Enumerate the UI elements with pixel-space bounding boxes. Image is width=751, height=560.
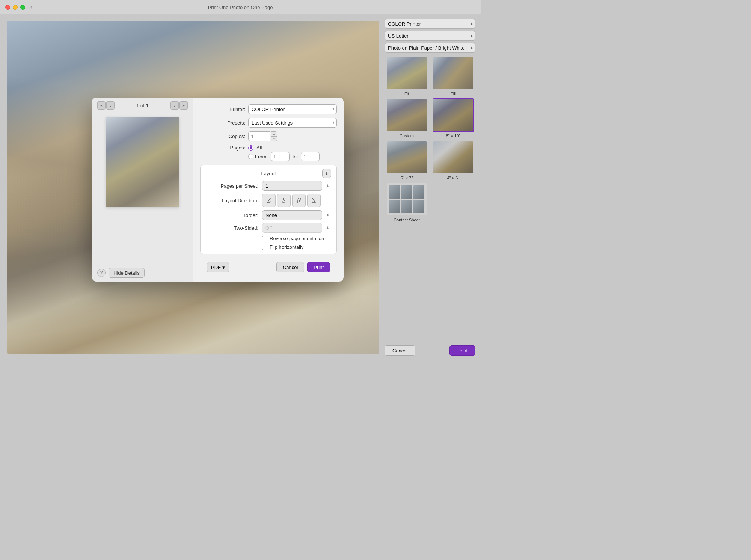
back-button[interactable]: ‹ (30, 4, 32, 11)
contact-cell-5 (401, 200, 412, 214)
thumb-4x6-label: 4" × 6" (447, 176, 460, 180)
two-sided-row: Two-Sided: Off ⬍ (206, 223, 331, 233)
thumb-fill[interactable]: Fill (431, 56, 475, 96)
layout-header: Layout ⬍ (206, 169, 331, 178)
sidebar-bottom: Cancel Print (385, 342, 475, 356)
preview-page (106, 117, 179, 207)
thumb-4x6[interactable]: 4" × 6" (431, 140, 475, 180)
direction-button-n[interactable]: N (292, 194, 306, 207)
copies-decrement-button[interactable]: ▼ (271, 136, 277, 141)
printer-select-wrapper[interactable]: COLOR Printer ⬍ (248, 104, 337, 114)
minimize-button[interactable] (13, 5, 18, 10)
presets-row: Presets: Last Used Settings ⬍ (200, 118, 337, 128)
presets-field-select[interactable]: Last Used Settings (248, 118, 337, 128)
flip-horizontal-checkbox[interactable] (262, 245, 267, 250)
nav-arrows-right: › » (170, 101, 188, 110)
thumb-custom-label: Custom (400, 134, 414, 138)
contact-cell-3 (413, 185, 424, 199)
zoom-button[interactable] (20, 5, 25, 10)
pages-per-sheet-select[interactable]: 1 (262, 181, 322, 191)
thumb-5x7[interactable]: 5" × 7" (385, 140, 429, 180)
hide-details-button[interactable]: Hide Details (109, 268, 145, 278)
close-button[interactable] (5, 5, 10, 10)
cancel-button[interactable]: Cancel (276, 262, 304, 272)
paper-size-dropdown-wrapper[interactable]: US Letter ⬍ (385, 31, 475, 41)
copies-increment-button[interactable]: ▲ (271, 131, 277, 136)
direction-button-z2[interactable]: Z (307, 194, 321, 207)
reverse-page-row: Reverse page orientation (262, 236, 331, 241)
pages-from-label: From: (255, 154, 268, 160)
pages-from-radio[interactable] (248, 154, 253, 159)
presets-field-label: Presets: (200, 120, 245, 126)
thumb-custom[interactable]: Custom (385, 98, 429, 138)
printer-field-label: Printer: (200, 107, 245, 112)
layout-section: Layout ⬍ Pages per Sheet: 1 ⬍ (200, 165, 337, 254)
copies-field-input[interactable] (248, 131, 270, 141)
direction-button-s[interactable]: S (277, 194, 291, 207)
presets-select-wrapper[interactable]: Last Used Settings ⬍ (248, 118, 337, 128)
border-select-wrapper[interactable]: None ⬍ (262, 210, 331, 220)
printer-select[interactable]: COLOR Printer (385, 19, 475, 29)
thumb-contact[interactable]: Contact Sheet (385, 182, 429, 222)
printer-field-select[interactable]: COLOR Printer (248, 104, 337, 114)
pages-to-input[interactable] (301, 152, 320, 161)
sidebar: COLOR Printer ⬍ US Letter ⬍ Photo on Pla… (379, 14, 481, 360)
layout-direction-label: Layout Direction: (206, 198, 258, 203)
thumb-fit[interactable]: Fit (385, 56, 429, 96)
printer-dropdown-wrapper[interactable]: COLOR Printer ⬍ (385, 19, 475, 29)
dialog-bottom-left: ? Hide Details (92, 264, 193, 282)
two-sided-select[interactable]: Off (262, 223, 322, 233)
contact-cell-4 (389, 200, 400, 214)
paper-type-dropdown-wrapper[interactable]: Photo on Plain Paper / Bright White Pape… (385, 43, 475, 53)
thumb-fit-inner (387, 57, 427, 89)
thumb-fill-label: Fill (451, 92, 456, 96)
layout-direction-row: Layout Direction: Z S N Z (206, 194, 331, 207)
flip-horizontal-row: Flip horizontally (262, 244, 331, 250)
contact-cell-6 (413, 200, 424, 214)
border-label: Border: (206, 212, 258, 218)
thumb-8x10-inner (433, 99, 473, 131)
thumb-8x10[interactable]: 8" × 10" (431, 98, 475, 138)
pages-per-sheet-arrow: ⬍ (326, 184, 329, 188)
traffic-lights (5, 5, 25, 10)
pages-from-input[interactable] (271, 152, 290, 161)
layout-stepper-button[interactable]: ⬍ (322, 169, 331, 178)
pdf-button[interactable]: PDF ▾ (207, 262, 229, 272)
thumbnail-grid: Fit Fill Custom 8" × 10 (385, 56, 475, 222)
paper-size-select[interactable]: US Letter (385, 31, 475, 41)
direction-button-z[interactable]: Z (262, 194, 276, 207)
titlebar: ‹ Print One Photo on One Page (0, 0, 481, 14)
pdf-arrow-icon: ▾ (222, 265, 225, 270)
pdf-label: PDF (211, 265, 221, 270)
paper-type-select[interactable]: Photo on Plain Paper / Bright White Pape… (385, 43, 475, 53)
help-button[interactable]: ? (97, 269, 106, 277)
pages-per-sheet-control: 1 ⬍ (262, 181, 331, 191)
pages-to-label: to: (293, 154, 298, 160)
copies-stepper: ▲ ▼ (271, 131, 277, 141)
thumb-fit-image (386, 56, 427, 90)
two-sided-select-wrapper[interactable]: Off ⬍ (262, 223, 331, 233)
last-page-button[interactable]: » (179, 101, 188, 110)
pages-field-label: Pages: (200, 145, 245, 151)
first-page-button[interactable]: « (97, 101, 106, 110)
copies-field-label: Copies: (200, 134, 245, 139)
reverse-page-checkbox[interactable] (262, 236, 267, 241)
pages-per-sheet-select-wrapper[interactable]: 1 ⬍ (262, 181, 331, 191)
thumb-contact-image (386, 182, 427, 216)
sidebar-print-button[interactable]: Print (449, 345, 475, 356)
border-control: None ⬍ (262, 210, 331, 220)
thumb-fill-inner (433, 57, 473, 89)
thumb-8x10-image (433, 98, 474, 132)
border-select[interactable]: None (262, 210, 322, 220)
pages-all-radio[interactable] (248, 145, 253, 151)
thumb-4x6-image (433, 140, 474, 174)
prev-page-button[interactable]: ‹ (106, 101, 115, 110)
window-title: Print One Photo on One Page (208, 5, 273, 10)
print-button[interactable]: Print (307, 262, 330, 272)
dialog-left-panel: « ‹ 1 of 1 › » ? Hide Details (92, 98, 193, 282)
sidebar-cancel-button[interactable]: Cancel (385, 345, 415, 356)
next-page-button[interactable]: › (170, 101, 179, 110)
thumb-fill-image (433, 56, 474, 90)
nav-arrows-left: « ‹ (97, 101, 115, 110)
contact-cell-2 (401, 185, 412, 199)
